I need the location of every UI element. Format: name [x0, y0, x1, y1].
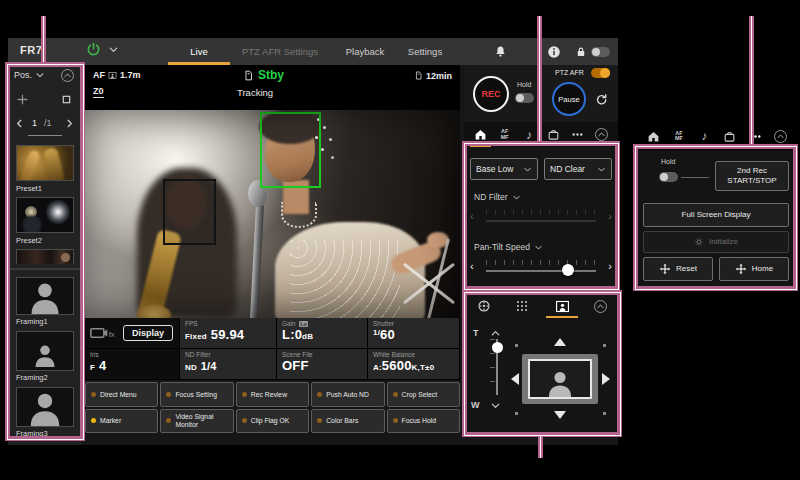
assign-button-focus-setting[interactable]: Focus Setting — [160, 382, 233, 407]
preset2-thumbnail[interactable] — [16, 197, 74, 233]
tab-playback[interactable]: Playback — [334, 38, 396, 65]
pan-left-arrow[interactable] — [511, 373, 519, 385]
pause-button[interactable]: Pause — [552, 82, 586, 116]
zoom-wide-icon[interactable] — [490, 400, 501, 411]
pan-tilt-speed-label[interactable]: Pan-Tilt Speed — [474, 242, 543, 252]
framing1-label: Framing1 — [16, 317, 48, 326]
pan-tilt-home-button[interactable]: Home — [719, 257, 789, 281]
pan-tilt-reset-button[interactable]: Reset — [643, 257, 713, 281]
preset1-label: Preset1 — [16, 184, 42, 193]
full-screen-display-button[interactable]: Full Screen Display — [643, 203, 789, 227]
tab-live[interactable]: Live — [168, 38, 230, 65]
preset-partial-thumbnail[interactable] — [16, 249, 74, 264]
framing-pad[interactable] — [522, 354, 598, 404]
tab-media[interactable] — [542, 122, 565, 147]
scene-file-cell[interactable]: Scene File OFF — [277, 349, 367, 379]
pan-right-arrow[interactable] — [602, 373, 610, 385]
fps-cell[interactable]: FPS Fixed 59.94 — [180, 318, 276, 348]
power-icon[interactable] — [86, 42, 101, 57]
assign-button-direct-menu[interactable]: Direct Menu — [85, 382, 158, 407]
page-current: 1 — [32, 118, 37, 128]
person-icon — [33, 340, 57, 370]
slider-right-arrow[interactable]: › — [608, 258, 612, 274]
tab-pan-tilt-wheel[interactable] — [469, 294, 499, 318]
assign-button-clip-flag-ok[interactable]: Clip Flag OK — [236, 409, 309, 434]
assign-button-rec-review[interactable]: Rec Review — [236, 382, 309, 407]
assign-button-push-auto-nd[interactable]: Push Auto ND — [311, 382, 384, 407]
panel-collapse-button[interactable] — [590, 122, 613, 147]
nd-clear-select[interactable]: ND Clear — [544, 158, 612, 180]
tab-framing-control[interactable] — [545, 294, 579, 318]
media-card-icon — [243, 69, 254, 82]
zoom-tele-icon[interactable] — [490, 328, 501, 339]
display-cell: Display — [85, 318, 179, 348]
page-prev-icon[interactable] — [14, 118, 25, 129]
assign-button-color-bars[interactable]: Color Bars — [311, 409, 384, 434]
white-balance-cell[interactable]: White Balance A:5600K,T±0 — [368, 349, 459, 379]
tab-media[interactable] — [718, 125, 741, 147]
face-tracking-box-active[interactable] — [260, 112, 321, 188]
rec-hold-toggle[interactable] — [515, 93, 534, 103]
nd-filter-cell[interactable]: ND Filter ND 1/4 — [180, 349, 276, 379]
sidebar-collapse-button[interactable] — [61, 69, 74, 82]
tab-ptz-afr-settings[interactable]: PTZ AFR Settings — [236, 38, 324, 65]
second-rec-start-stop-button[interactable]: 2nd RecSTART/STOP — [715, 161, 789, 191]
tab-settings[interactable]: Settings — [396, 38, 454, 65]
preset1-thumbnail[interactable] — [16, 145, 74, 181]
restart-tracking-icon[interactable] — [595, 93, 608, 106]
tab-af-mf[interactable]: AFMF — [667, 125, 690, 147]
gain-cell[interactable]: GainLo L:0dB — [277, 318, 367, 348]
rec-button[interactable]: REC — [473, 76, 509, 112]
initialize-button[interactable]: Initialize — [643, 231, 789, 253]
display-button[interactable]: Display — [123, 325, 173, 341]
nd-filter-slider-label[interactable]: ND Filter — [474, 192, 521, 202]
slider-left-arrow[interactable]: ‹ — [470, 258, 474, 274]
pan-tilt-speed-slider[interactable]: ‹ › — [470, 258, 612, 276]
callout-line-more-panel — [749, 16, 754, 147]
ptz-afr-toggle[interactable] — [591, 68, 610, 78]
preset-type-label[interactable]: Pos. — [14, 70, 32, 80]
preset-type-chevron-down-icon[interactable] — [35, 70, 45, 80]
tilt-down-arrow[interactable] — [554, 411, 566, 419]
iris-cell[interactable]: Iris F 4 — [85, 349, 179, 379]
tab-af-mf[interactable]: AFMF — [493, 122, 516, 147]
notification-bell-icon[interactable] — [494, 45, 507, 58]
assign-lamp — [242, 392, 247, 397]
add-preset-icon[interactable] — [16, 93, 29, 106]
tab-audio[interactable]: ♪ — [693, 125, 716, 147]
assign-button-focus-hold[interactable]: Focus Hold — [387, 409, 460, 434]
page-next-icon[interactable] — [64, 118, 75, 129]
face-detection-box[interactable] — [163, 179, 216, 245]
pan-tilt-speed-thumb[interactable] — [562, 264, 574, 276]
dot-grid-icon — [515, 299, 529, 313]
framing2-thumbnail[interactable] — [16, 331, 74, 371]
music-note-icon: ♪ — [526, 128, 532, 142]
ptz-pad-collapse-button[interactable] — [587, 294, 613, 318]
callout-line-ptz-pad — [538, 436, 543, 458]
more-panel-collapse-button[interactable] — [769, 125, 792, 147]
framing3-thumbnail[interactable] — [16, 387, 74, 427]
power-chevron-down-icon[interactable] — [108, 44, 119, 55]
live-video-frame[interactable] — [85, 110, 460, 318]
tab-more[interactable] — [566, 122, 589, 147]
lock-toggle[interactable] — [591, 47, 610, 57]
base-sensitivity-select[interactable]: Base Low — [470, 158, 538, 180]
tilt-up-arrow[interactable] — [554, 338, 566, 346]
tab-more[interactable] — [744, 125, 767, 147]
assign-lamp — [91, 392, 96, 397]
assign-button-marker[interactable]: Marker — [85, 409, 158, 434]
assign-button-video-signal-monitor[interactable]: Video Signal Monitor — [160, 409, 233, 434]
shutter-cell[interactable]: Shutter 1/60 — [368, 318, 459, 348]
tab-grid-control[interactable] — [507, 294, 537, 318]
rec2-hold-toggle[interactable] — [659, 172, 678, 182]
zoom-slider-thumb[interactable] — [492, 342, 503, 353]
chevron-up-icon — [597, 130, 606, 139]
tab-home[interactable] — [469, 122, 492, 147]
tab-home[interactable] — [642, 125, 665, 147]
assign-lamp — [166, 418, 171, 423]
stop-icon[interactable] — [61, 94, 72, 105]
assign-button-crop-select[interactable]: Crop Select — [387, 382, 460, 407]
info-icon[interactable] — [547, 45, 561, 59]
framing1-thumbnail[interactable] — [16, 277, 74, 315]
chevron-up-icon — [63, 71, 72, 80]
